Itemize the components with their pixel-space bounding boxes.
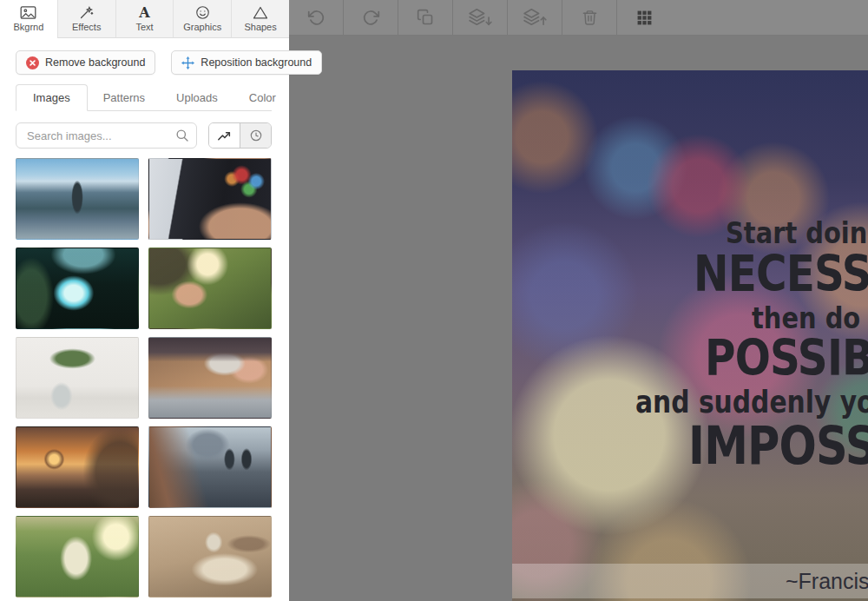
quote-line-1[interactable]: Start doing w bbox=[726, 218, 868, 248]
tab-shapes-label: Shapes bbox=[244, 22, 276, 32]
tab-graphics-label: Graphics bbox=[183, 22, 221, 32]
trending-icon bbox=[217, 129, 232, 142]
image-thumbnail[interactable] bbox=[148, 426, 272, 508]
tab-bkgrnd-label: Bkgrnd bbox=[13, 22, 43, 32]
undo-button[interactable] bbox=[289, 0, 344, 35]
redo-icon bbox=[362, 9, 380, 27]
panel-tab-bar: Bkgrnd Effects A Text Graphics Shapes bbox=[0, 0, 289, 38]
image-filter-group bbox=[208, 122, 272, 149]
move-icon bbox=[181, 56, 194, 69]
image-thumbnail[interactable] bbox=[16, 158, 139, 240]
remove-circle-icon bbox=[26, 56, 39, 69]
recent-filter-button[interactable] bbox=[240, 123, 271, 148]
trending-filter-button[interactable] bbox=[209, 123, 240, 148]
remove-background-button[interactable]: Remove background bbox=[16, 50, 155, 75]
attribution-band: ~Francis of A bbox=[512, 564, 868, 598]
quote-line-6[interactable]: IMPOSSI bbox=[688, 419, 868, 472]
source-tab-bar: Images Patterns Uploads Color bbox=[16, 85, 272, 111]
redo-button[interactable] bbox=[344, 0, 398, 35]
tab-uploads[interactable]: Uploads bbox=[161, 85, 233, 110]
tab-text-label: Text bbox=[135, 22, 153, 32]
tab-shapes[interactable]: Shapes bbox=[231, 0, 289, 38]
attribution-text[interactable]: ~Francis of A bbox=[786, 569, 868, 594]
triangle-icon bbox=[253, 5, 268, 20]
image-thumbnail[interactable] bbox=[148, 337, 272, 419]
app-window: Start doing w NECESS then do w POSSIB an… bbox=[0, 0, 868, 601]
letter-a-icon: A bbox=[139, 5, 149, 20]
search-box bbox=[16, 122, 197, 149]
image-thumbnail[interactable] bbox=[16, 516, 139, 598]
tab-text[interactable]: A Text bbox=[115, 0, 174, 38]
clock-icon bbox=[249, 129, 263, 142]
send-backward-button[interactable] bbox=[453, 0, 508, 35]
background-panel: Remove background Reposition background … bbox=[0, 38, 289, 598]
tab-color[interactable]: Color bbox=[233, 85, 292, 110]
background-actions: Remove background Reposition background bbox=[16, 50, 272, 75]
design-canvas[interactable]: Start doing w NECESS then do w POSSIB an… bbox=[512, 70, 868, 601]
quote-line-5[interactable]: and suddenly you a bbox=[635, 387, 868, 418]
image-thumbnail[interactable] bbox=[16, 337, 139, 419]
quote-line-3[interactable]: then do w bbox=[752, 303, 868, 333]
delete-button[interactable] bbox=[562, 0, 617, 35]
grid-icon bbox=[636, 10, 653, 26]
bring-forward-button[interactable] bbox=[508, 0, 562, 35]
image-thumbnail[interactable] bbox=[16, 426, 139, 508]
image-thumbnail[interactable] bbox=[148, 158, 272, 240]
reposition-background-button[interactable]: Reposition background bbox=[171, 50, 322, 75]
templates-grid-button[interactable] bbox=[617, 0, 672, 35]
reposition-background-label: Reposition background bbox=[201, 56, 312, 69]
top-toolbar bbox=[289, 0, 868, 36]
tab-effects-label: Effects bbox=[72, 22, 101, 32]
quote-line-2[interactable]: NECESS bbox=[694, 249, 868, 299]
search-row bbox=[16, 122, 272, 149]
remove-background-label: Remove background bbox=[45, 56, 145, 69]
tab-bkgrnd[interactable]: Bkgrnd bbox=[0, 0, 57, 38]
tab-effects[interactable]: Effects bbox=[57, 0, 115, 38]
workspace: Start doing w NECESS then do w POSSIB an… bbox=[289, 36, 868, 601]
tab-images[interactable]: Images bbox=[16, 84, 88, 111]
layers-down-icon bbox=[468, 8, 492, 27]
search-input[interactable] bbox=[16, 122, 197, 149]
image-thumbnail[interactable] bbox=[148, 248, 272, 329]
magic-wand-icon bbox=[79, 5, 94, 20]
smiley-icon bbox=[195, 5, 210, 20]
quote-line-4[interactable]: POSSIB bbox=[705, 334, 868, 383]
image-results-grid bbox=[16, 158, 272, 598]
undo-icon bbox=[307, 9, 326, 27]
tab-graphics[interactable]: Graphics bbox=[173, 0, 231, 38]
image-icon bbox=[20, 5, 36, 20]
duplicate-icon bbox=[417, 9, 434, 26]
search-icon[interactable] bbox=[175, 129, 189, 142]
trash-icon bbox=[582, 9, 598, 26]
layers-up-icon bbox=[523, 8, 547, 27]
sidebar: Bkgrnd Effects A Text Graphics Shapes bbox=[0, 0, 289, 601]
tab-patterns[interactable]: Patterns bbox=[88, 85, 161, 110]
image-thumbnail[interactable] bbox=[16, 248, 139, 329]
image-thumbnail[interactable] bbox=[148, 516, 272, 598]
duplicate-button[interactable] bbox=[398, 0, 453, 35]
